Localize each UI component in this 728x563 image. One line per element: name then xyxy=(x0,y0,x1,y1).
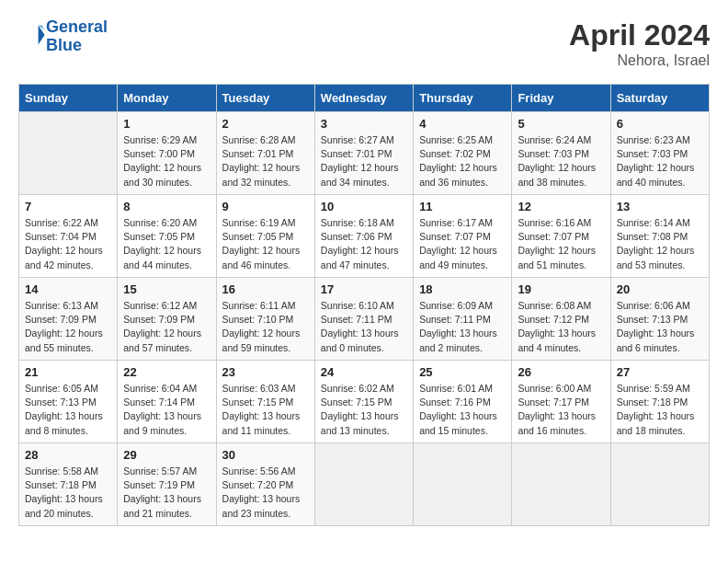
col-header-wednesday: Wednesday xyxy=(314,85,413,112)
calendar-week-3: 14Sunrise: 6:13 AM Sunset: 7:09 PM Dayli… xyxy=(19,278,710,361)
day-number: 20 xyxy=(617,282,703,296)
calendar-week-2: 7Sunrise: 6:22 AM Sunset: 7:04 PM Daylig… xyxy=(19,195,710,278)
day-number: 28 xyxy=(25,448,111,462)
calendar-week-4: 21Sunrise: 6:05 AM Sunset: 7:13 PM Dayli… xyxy=(19,361,710,443)
day-number: 4 xyxy=(419,117,506,131)
calendar-day: 10Sunrise: 6:18 AM Sunset: 7:06 PM Dayli… xyxy=(314,195,413,278)
day-number: 11 xyxy=(419,200,506,213)
day-number: 7 xyxy=(25,200,111,213)
col-header-saturday: Saturday xyxy=(610,85,709,112)
day-info: Sunrise: 6:18 AM Sunset: 7:06 PM Dayligh… xyxy=(321,216,407,272)
day-info: Sunrise: 6:27 AM Sunset: 7:01 PM Dayligh… xyxy=(321,133,407,190)
day-number: 27 xyxy=(617,365,703,379)
col-header-tuesday: Tuesday xyxy=(216,85,314,112)
col-header-thursday: Thursday xyxy=(414,85,512,112)
day-info: Sunrise: 6:08 AM Sunset: 7:12 PM Dayligh… xyxy=(518,299,604,355)
day-info: Sunrise: 5:58 AM Sunset: 7:18 PM Dayligh… xyxy=(25,465,111,521)
page-header: General Blue April 2024 Nehora, Israel xyxy=(18,18,710,69)
calendar-day: 4Sunrise: 6:25 AM Sunset: 7:02 PM Daylig… xyxy=(414,112,512,195)
calendar-day: 25Sunrise: 6:01 AM Sunset: 7:16 PM Dayli… xyxy=(414,361,512,443)
calendar-day: 20Sunrise: 6:06 AM Sunset: 7:13 PM Dayli… xyxy=(610,278,709,361)
calendar-day: 7Sunrise: 6:22 AM Sunset: 7:04 PM Daylig… xyxy=(19,195,118,278)
day-info: Sunrise: 6:17 AM Sunset: 7:07 PM Dayligh… xyxy=(419,216,506,272)
calendar-week-5: 28Sunrise: 5:58 AM Sunset: 7:18 PM Dayli… xyxy=(19,443,710,526)
day-info: Sunrise: 6:11 AM Sunset: 7:10 PM Dayligh… xyxy=(222,299,309,355)
location-subtitle: Nehora, Israel xyxy=(569,52,710,69)
day-info: Sunrise: 6:09 AM Sunset: 7:11 PM Dayligh… xyxy=(419,299,506,355)
calendar-day: 13Sunrise: 6:14 AM Sunset: 7:08 PM Dayli… xyxy=(610,195,709,278)
day-number: 16 xyxy=(222,282,309,296)
calendar-day: 24Sunrise: 6:02 AM Sunset: 7:15 PM Dayli… xyxy=(314,361,413,443)
calendar-day xyxy=(512,443,610,526)
day-number: 2 xyxy=(222,117,309,131)
day-number: 30 xyxy=(222,448,309,462)
logo: General Blue xyxy=(18,18,108,55)
calendar-day: 12Sunrise: 6:16 AM Sunset: 7:07 PM Dayli… xyxy=(512,195,610,278)
day-info: Sunrise: 6:22 AM Sunset: 7:04 PM Dayligh… xyxy=(25,216,111,272)
day-number: 3 xyxy=(321,117,407,131)
calendar-day: 26Sunrise: 6:00 AM Sunset: 7:17 PM Dayli… xyxy=(512,361,610,443)
day-number: 19 xyxy=(518,282,604,296)
calendar-day: 17Sunrise: 6:10 AM Sunset: 7:11 PM Dayli… xyxy=(314,278,413,361)
calendar-day: 16Sunrise: 6:11 AM Sunset: 7:10 PM Dayli… xyxy=(216,278,314,361)
calendar-day: 9Sunrise: 6:19 AM Sunset: 7:05 PM Daylig… xyxy=(216,195,314,278)
day-info: Sunrise: 6:04 AM Sunset: 7:14 PM Dayligh… xyxy=(123,382,210,438)
calendar-day: 14Sunrise: 6:13 AM Sunset: 7:09 PM Dayli… xyxy=(19,278,118,361)
calendar-day xyxy=(314,443,413,526)
day-info: Sunrise: 6:28 AM Sunset: 7:01 PM Dayligh… xyxy=(222,133,309,190)
day-number: 5 xyxy=(518,117,604,131)
day-number: 14 xyxy=(25,282,111,296)
day-number: 12 xyxy=(518,200,604,213)
day-info: Sunrise: 6:29 AM Sunset: 7:00 PM Dayligh… xyxy=(123,133,210,190)
day-number: 21 xyxy=(25,365,111,379)
day-info: Sunrise: 5:59 AM Sunset: 7:18 PM Dayligh… xyxy=(617,382,703,438)
day-number: 18 xyxy=(419,282,506,296)
col-header-monday: Monday xyxy=(118,85,216,112)
day-info: Sunrise: 6:02 AM Sunset: 7:15 PM Dayligh… xyxy=(321,382,407,438)
day-number: 25 xyxy=(419,365,506,379)
calendar-day: 6Sunrise: 6:23 AM Sunset: 7:03 PM Daylig… xyxy=(610,112,709,195)
day-info: Sunrise: 6:19 AM Sunset: 7:05 PM Dayligh… xyxy=(222,216,309,272)
logo-text: General Blue xyxy=(46,18,108,55)
calendar-day: 21Sunrise: 6:05 AM Sunset: 7:13 PM Dayli… xyxy=(19,361,118,443)
day-number: 29 xyxy=(123,448,210,462)
day-info: Sunrise: 6:20 AM Sunset: 7:05 PM Dayligh… xyxy=(123,216,210,272)
day-number: 9 xyxy=(222,200,309,213)
day-info: Sunrise: 6:12 AM Sunset: 7:09 PM Dayligh… xyxy=(123,299,210,355)
day-number: 1 xyxy=(123,117,210,131)
calendar-day xyxy=(414,443,512,526)
calendar-day: 8Sunrise: 6:20 AM Sunset: 7:05 PM Daylig… xyxy=(118,195,216,278)
calendar-day: 27Sunrise: 5:59 AM Sunset: 7:18 PM Dayli… xyxy=(610,361,709,443)
logo-icon xyxy=(20,22,46,48)
calendar-day xyxy=(610,443,709,526)
title-block: April 2024 Nehora, Israel xyxy=(569,18,710,69)
calendar-day: 11Sunrise: 6:17 AM Sunset: 7:07 PM Dayli… xyxy=(414,195,512,278)
day-info: Sunrise: 5:56 AM Sunset: 7:20 PM Dayligh… xyxy=(222,465,309,521)
calendar-day: 15Sunrise: 6:12 AM Sunset: 7:09 PM Dayli… xyxy=(118,278,216,361)
day-info: Sunrise: 6:10 AM Sunset: 7:11 PM Dayligh… xyxy=(321,299,407,355)
day-info: Sunrise: 6:13 AM Sunset: 7:09 PM Dayligh… xyxy=(25,299,111,355)
day-number: 17 xyxy=(321,282,407,296)
day-info: Sunrise: 6:24 AM Sunset: 7:03 PM Dayligh… xyxy=(518,133,604,190)
day-number: 13 xyxy=(617,200,703,213)
day-number: 23 xyxy=(222,365,309,379)
day-number: 24 xyxy=(321,365,407,379)
calendar-day: 22Sunrise: 6:04 AM Sunset: 7:14 PM Dayli… xyxy=(118,361,216,443)
calendar-day: 3Sunrise: 6:27 AM Sunset: 7:01 PM Daylig… xyxy=(314,112,413,195)
day-info: Sunrise: 6:00 AM Sunset: 7:17 PM Dayligh… xyxy=(518,382,604,438)
calendar-body: 1Sunrise: 6:29 AM Sunset: 7:00 PM Daylig… xyxy=(19,112,710,526)
day-info: Sunrise: 6:16 AM Sunset: 7:07 PM Dayligh… xyxy=(518,216,604,272)
day-info: Sunrise: 5:57 AM Sunset: 7:19 PM Dayligh… xyxy=(123,465,210,521)
calendar-week-1: 1Sunrise: 6:29 AM Sunset: 7:00 PM Daylig… xyxy=(19,112,710,195)
calendar-day: 2Sunrise: 6:28 AM Sunset: 7:01 PM Daylig… xyxy=(216,112,314,195)
calendar-table: SundayMondayTuesdayWednesdayThursdayFrid… xyxy=(18,84,710,526)
calendar-day: 28Sunrise: 5:58 AM Sunset: 7:18 PM Dayli… xyxy=(19,443,118,526)
day-info: Sunrise: 6:14 AM Sunset: 7:08 PM Dayligh… xyxy=(617,216,703,272)
month-title: April 2024 xyxy=(569,18,710,52)
day-number: 26 xyxy=(518,365,604,379)
calendar-day: 19Sunrise: 6:08 AM Sunset: 7:12 PM Dayli… xyxy=(512,278,610,361)
day-number: 15 xyxy=(123,282,210,296)
col-header-friday: Friday xyxy=(512,85,610,112)
calendar-day: 1Sunrise: 6:29 AM Sunset: 7:00 PM Daylig… xyxy=(118,112,216,195)
day-info: Sunrise: 6:03 AM Sunset: 7:15 PM Dayligh… xyxy=(222,382,309,438)
